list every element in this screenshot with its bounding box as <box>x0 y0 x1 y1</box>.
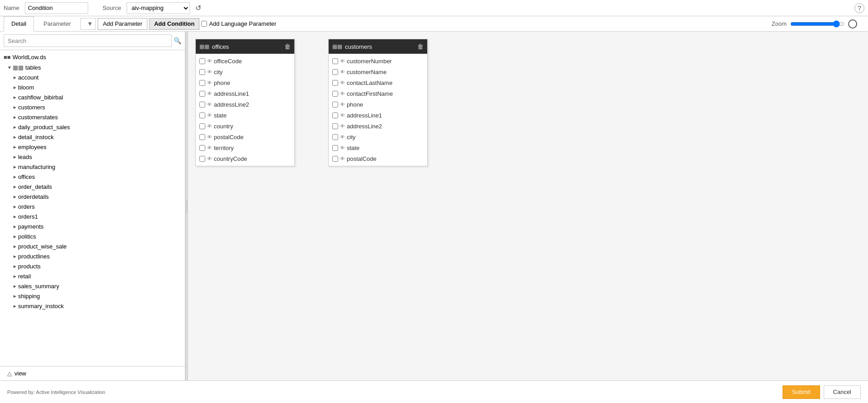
customers-customername-checkbox[interactable] <box>332 69 338 75</box>
offices-table-card: ▦▦ offices 🗑 👁 officeCode 👁 city <box>195 39 295 166</box>
customers-customernumber-checkbox[interactable] <box>332 58 338 64</box>
field-row: 👁 contactFirstName <box>329 88 427 99</box>
sidebar-item-sales-summary[interactable]: ► sales_summary <box>0 281 185 291</box>
customers-contactlastname-checkbox[interactable] <box>332 80 338 86</box>
eye-icon: 👁 <box>340 58 345 64</box>
field-row: 👁 countryCode <box>196 153 294 164</box>
datasource-node[interactable]: ■■ WorldLow.ds <box>0 52 185 62</box>
source-label: Source <box>103 5 121 11</box>
offices-territory-checkbox[interactable] <box>199 145 205 151</box>
offices-state-checkbox[interactable] <box>199 112 205 118</box>
bottom-bar: Powered by: Active Intelligence Visualiz… <box>0 380 868 403</box>
offices-addressline1-checkbox[interactable] <box>199 91 205 97</box>
sidebar-item-cashflow[interactable]: ► cashflow_bibirbal <box>0 92 185 102</box>
sidebar-item-manufacturing[interactable]: ► manufacturing <box>0 162 185 172</box>
sidebar-item-product-wise-sale[interactable]: ► product_wise_sale <box>0 241 185 251</box>
field-row: 👁 customerNumber <box>329 56 427 66</box>
sidebar-item-orders1[interactable]: ► orders1 <box>0 211 185 221</box>
sidebar-item-offices[interactable]: ► offices <box>0 172 185 182</box>
sidebar: 🔍 ■■ WorldLow.ds ▼ ▦▦ tables ► account ►… <box>0 32 185 380</box>
sidebar-item-retail[interactable]: ► retail <box>0 271 185 281</box>
chevron-down-icon: ▼ <box>87 20 93 27</box>
offices-city-checkbox[interactable] <box>199 69 205 75</box>
add-language-parameter-checkbox[interactable]: Add Language Parameter <box>201 20 276 27</box>
tree-container: ■■ WorldLow.ds ▼ ▦▦ tables ► account ► b… <box>0 50 185 366</box>
zoom-slider[interactable] <box>790 20 844 28</box>
sidebar-item-politics[interactable]: ► politics <box>0 231 185 241</box>
sidebar-item-shipping[interactable]: ► shipping <box>0 291 185 301</box>
chevron-right-icon: ► <box>13 274 17 279</box>
name-input[interactable] <box>25 2 88 14</box>
submit-button[interactable]: Submit <box>783 385 820 399</box>
refresh-button[interactable]: ↺ <box>195 4 201 12</box>
chevron-right-icon: ► <box>13 294 17 299</box>
offices-table-header: ▦▦ offices 🗑 <box>196 39 294 54</box>
sidebar-item-orders[interactable]: ► orders <box>0 202 185 211</box>
sidebar-item-customerstates[interactable]: ► customerstates <box>0 112 185 122</box>
sidebar-item-employees[interactable]: ► employees <box>0 142 185 152</box>
offices-postalcode-checkbox[interactable] <box>199 134 205 140</box>
language-checkbox-input[interactable] <box>201 21 207 27</box>
eye-icon: 👁 <box>207 102 212 107</box>
tab-detail[interactable]: Detail <box>4 16 34 32</box>
eye-icon: 👁 <box>207 156 212 161</box>
field-row: 👁 addressLine1 <box>329 110 427 121</box>
offices-delete-button[interactable]: 🗑 <box>284 43 291 50</box>
chevron-right-icon: ► <box>13 85 17 90</box>
tables-label: tables <box>25 64 41 71</box>
eye-icon: 👁 <box>340 123 345 129</box>
search-icon[interactable]: 🔍 <box>174 37 181 44</box>
chevron-right-icon: ► <box>13 224 17 229</box>
sidebar-item-productlines[interactable]: ► productlines <box>0 251 185 261</box>
eye-icon: 👁 <box>207 80 212 85</box>
eye-icon: 👁 <box>340 134 345 140</box>
field-row: 👁 state <box>329 142 427 153</box>
cancel-button[interactable]: Cancel <box>824 385 861 399</box>
datasource-icon: ■■ <box>4 54 11 61</box>
offices-officecode-checkbox[interactable] <box>199 58 205 64</box>
eye-icon: 👁 <box>207 91 212 96</box>
chevron-right-icon: ► <box>13 194 17 199</box>
add-parameter-button[interactable]: Add Parameter <box>98 18 147 30</box>
offices-country-checkbox[interactable] <box>199 123 205 129</box>
sidebar-item-leads[interactable]: ► leads <box>0 152 185 162</box>
sidebar-item-summary-instock[interactable]: ► summary_instock <box>0 301 185 311</box>
sidebar-item-detail-instock[interactable]: ► detail_instock <box>0 132 185 142</box>
offices-countrycode-checkbox[interactable] <box>199 156 205 162</box>
customers-postalcode-checkbox[interactable] <box>332 156 338 162</box>
sidebar-item-orderdetails[interactable]: ► orderdetails <box>0 192 185 202</box>
customers-contactfirstname-checkbox[interactable] <box>332 91 338 97</box>
customers-state-checkbox[interactable] <box>332 145 338 151</box>
sidebar-item-account[interactable]: ► account <box>0 72 185 82</box>
search-input[interactable] <box>4 34 172 47</box>
eye-icon: 👁 <box>340 156 345 161</box>
chevron-right-icon: ► <box>13 145 17 150</box>
offices-addressline2-checkbox[interactable] <box>199 102 205 108</box>
customers-city-checkbox[interactable] <box>332 134 338 140</box>
offices-phone-checkbox[interactable] <box>199 80 205 86</box>
customers-addressline1-checkbox[interactable] <box>332 112 338 118</box>
tab-parameter[interactable]: Parameter <box>36 16 79 32</box>
sidebar-item-payments[interactable]: ► payments <box>0 221 185 231</box>
tables-folder[interactable]: ▼ ▦▦ tables <box>0 62 185 72</box>
eye-icon: 👁 <box>207 123 212 129</box>
name-label: Name <box>4 5 19 11</box>
sidebar-item-daily-product-sales[interactable]: ► daily_product_sales <box>0 122 185 132</box>
help-button[interactable]: ? <box>854 3 864 13</box>
customers-fields-scroll[interactable]: 👁 customerNumber 👁 customerName 👁 contac… <box>329 54 427 166</box>
sidebar-item-bloom[interactable]: ► bloom <box>0 82 185 92</box>
source-select[interactable]: aiv-mapping default <box>127 2 190 14</box>
chevron-right-icon: ► <box>13 135 17 140</box>
sidebar-item-view[interactable]: △ view <box>4 369 181 378</box>
field-row: 👁 city <box>329 131 427 142</box>
customers-delete-button[interactable]: 🗑 <box>417 43 424 50</box>
sidebar-item-products[interactable]: ► products <box>0 261 185 271</box>
customers-phone-checkbox[interactable] <box>332 102 338 108</box>
sidebar-item-order-details[interactable]: ► order_details <box>0 182 185 192</box>
tab-dropdown[interactable]: ▼ <box>80 18 96 30</box>
caret-down-icon: ▼ <box>7 65 12 70</box>
field-row: 👁 phone <box>196 77 294 88</box>
add-condition-button[interactable]: Add Condition <box>149 18 200 30</box>
customers-addressline2-checkbox[interactable] <box>332 123 338 129</box>
sidebar-item-customers[interactable]: ► customers <box>0 102 185 112</box>
